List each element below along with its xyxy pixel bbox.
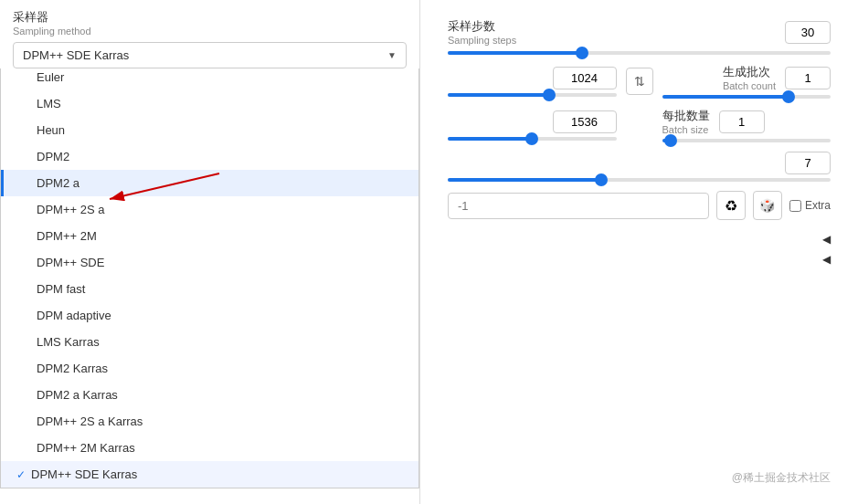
batch-size-header: 每批数量 Batch size [662, 108, 832, 135]
collapse-row-1: ◀ [448, 229, 831, 249]
collapse-row-2: ◀ [448, 249, 831, 269]
sampling-steps-input[interactable] [785, 21, 831, 44]
cfg-row [448, 152, 831, 182]
cfg-slider[interactable] [448, 178, 831, 182]
sampling-steps-label: 采样步数 Sampling steps [448, 18, 516, 46]
height-slider[interactable] [662, 95, 832, 99]
recycle-seed-button[interactable]: ♻ [716, 191, 746, 220]
batch-size-input[interactable] [719, 110, 765, 133]
dropdown-item[interactable]: DPM++ 2S a Karras [1, 408, 418, 435]
dropdown-item[interactable]: DPM2 [1, 143, 418, 170]
dropdown-item-label: DPM++ 2S a [37, 203, 104, 216]
swap-button-container: ⇅ [626, 68, 653, 95]
dropdown-item[interactable]: LMS Karras [1, 329, 418, 355]
height-batch-row: 每批数量 Batch size [448, 108, 831, 142]
sampling-steps-header: 采样步数 Sampling steps [448, 18, 831, 46]
chevron-down-icon: ▼ [387, 50, 397, 60]
dropdown-item[interactable]: DPM2 a [1, 170, 418, 196]
batch-size-section: 每批数量 Batch size [662, 108, 832, 142]
dimensions-section: ⇅ 生成批次 Batch count [448, 64, 831, 99]
dropdown-item-label: LMS [37, 97, 61, 110]
height-input-section [448, 110, 617, 141]
sampling-method-list: Euler aEulerLMSHeunDPM2DPM2 aDPM++ 2S aD… [0, 68, 419, 488]
height-input[interactable] [553, 110, 617, 133]
dropdown-item-label: DPM2 a Karras [37, 388, 118, 402]
dropdown-item-label: LMS Karras [37, 335, 100, 349]
dropdown-item[interactable]: DPM2 Karras [1, 355, 418, 382]
sampling-method-dropdown[interactable]: DPM++ SDE Karras ▼ [13, 42, 407, 68]
width-input[interactable] [553, 67, 617, 89]
cfg-input[interactable] [785, 152, 831, 174]
dropdown-item-label: DPM++ SDE Karras [31, 467, 137, 481]
width-slider[interactable] [448, 93, 617, 97]
collapse-arrow-1[interactable]: ◀ [822, 233, 831, 246]
dropdown-item-label: DPM2 a [37, 176, 79, 190]
dropdown-selected-value: DPM++ SDE Karras [23, 48, 129, 62]
dropdown-item[interactable]: DPM adaptive [1, 302, 418, 329]
sampling-steps-section: 采样步数 Sampling steps [448, 18, 831, 55]
batch-count-input[interactable] [785, 67, 831, 89]
height-slider2[interactable] [448, 137, 617, 141]
seed-input[interactable] [448, 193, 709, 219]
watermark: @稀土掘金技术社区 [732, 470, 831, 486]
seed-row: ♻ 🎲 Extra [448, 191, 831, 220]
height-section: 生成批次 Batch count [662, 64, 832, 99]
right-layout: 采样步数 Sampling steps [435, 9, 843, 495]
recycle-icon: ♻ [725, 197, 737, 215]
sampling-method-label-en: Sampling method [13, 26, 407, 37]
dropdown-item[interactable]: Euler [1, 68, 418, 90]
dice-button[interactable]: 🎲 [753, 191, 782, 220]
slider-fill [448, 51, 582, 55]
sampling-steps-slider[interactable] [448, 51, 831, 55]
batch-size-label: 每批数量 Batch size [662, 108, 710, 135]
batch-count-label: 生成批次 Batch count [723, 64, 776, 91]
sampling-method-panel: 采样器 Sampling method DPM++ SDE Karras ▼ E… [0, 0, 420, 504]
dice-icon: 🎲 [759, 198, 775, 213]
extra-label-text: Extra [805, 199, 831, 212]
cfg-slider-container [448, 152, 831, 182]
collapse-arrow-2[interactable]: ◀ [822, 253, 831, 266]
dropdown-item-label: DPM++ SDE [37, 256, 104, 269]
dropdown-item-label: DPM adaptive [37, 309, 111, 322]
dropdown-item[interactable]: DPM++ SDE [1, 249, 418, 276]
swap-dimensions-button[interactable]: ⇅ [626, 68, 653, 95]
slider-thumb [576, 47, 588, 59]
dropdown-item[interactable]: LMS [1, 90, 418, 117]
dropdown-item[interactable]: DPM++ 2S a [1, 196, 418, 223]
width-row [448, 67, 617, 89]
dropdown-item-label: Heun [37, 123, 65, 137]
dropdown-item-label: DPM fast [37, 282, 85, 296]
extra-label-container[interactable]: Extra [789, 199, 831, 212]
sampling-method-label-group: 采样器 Sampling method [0, 0, 419, 38]
width-section [448, 67, 617, 97]
dropdown-item-label: DPM++ 2M Karras [37, 441, 135, 455]
dropdown-item[interactable]: DPM fast [1, 276, 418, 302]
dropdown-item[interactable]: DPM++ 2M [1, 223, 418, 249]
dropdown-item[interactable]: ✓DPM++ SDE Karras [1, 461, 418, 488]
batch-size-slider[interactable] [662, 139, 832, 142]
right-panel: 采样步数 Sampling steps [420, 0, 858, 504]
dropdown-item[interactable]: DPM++ 2M Karras [1, 435, 418, 461]
dropdown-item-label: DPM++ 2M [37, 229, 97, 243]
extra-checkbox[interactable] [789, 200, 801, 212]
checkmark-icon: ✓ [16, 468, 26, 481]
dropdown-item-label: DPM2 [37, 150, 69, 163]
dropdown-item-label: DPM2 Karras [37, 362, 108, 375]
dropdown-item-label: DPM++ 2S a Karras [37, 415, 143, 428]
sampling-method-label-zh: 采样器 [13, 9, 407, 26]
dropdown-item[interactable]: Heun [1, 117, 418, 143]
swap-icon: ⇅ [634, 74, 645, 89]
dropdown-item-label: Euler [37, 70, 64, 84]
dropdown-item[interactable]: DPM2 a Karras [1, 382, 418, 408]
height-row: 生成批次 Batch count [662, 64, 832, 91]
